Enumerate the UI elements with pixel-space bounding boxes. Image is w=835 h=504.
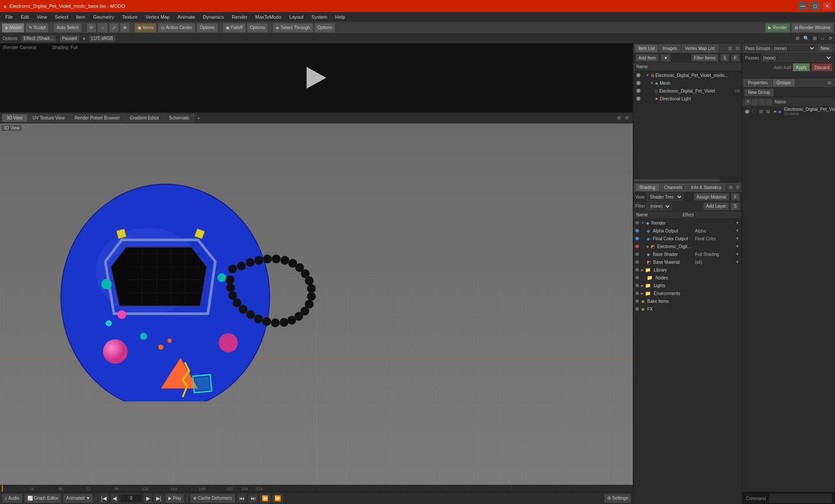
props-expand-icon[interactable]: ⊞ — [826, 80, 833, 86]
item-list-settings-icon[interactable]: ⚙ — [735, 46, 740, 51]
add-item-dropdown[interactable]: ▼ — [661, 54, 671, 62]
menu-texture[interactable]: Texture — [119, 13, 141, 20]
shading-row-base-shader[interactable]: ◈ Base Shader Full Shading ▼ — [634, 250, 741, 258]
list-item[interactable]: ▼ ◈ Mesh — [634, 79, 741, 87]
add-tab-button[interactable]: + — [195, 114, 203, 122]
passes-select[interactable]: (none) — [761, 54, 832, 62]
shading-row-alpha[interactable]: ◆ Alpha Output Alpha ▼ — [634, 227, 741, 235]
menu-dynamics[interactable]: Dynamics — [200, 13, 227, 20]
tab-render-preset[interactable]: Render Preset Browser — [70, 114, 125, 122]
menu-system[interactable]: System — [308, 13, 331, 20]
next-frame-button[interactable]: ▶ — [144, 494, 152, 503]
items-button[interactable]: ▣ Items — [134, 23, 156, 33]
menu-select[interactable]: Select — [51, 13, 72, 20]
animated-button[interactable]: Animated ▼ — [63, 494, 93, 503]
shading-row-nodes[interactable]: 📁 Nodes — [634, 274, 741, 282]
visibility-toggle[interactable] — [635, 72, 641, 78]
add-layer-button[interactable]: Add Layer — [703, 202, 729, 210]
transform-btn-2[interactable]: ↔ — [97, 23, 108, 33]
shading-row-library[interactable]: ▶ 📁 Library — [634, 266, 741, 274]
tab-shading[interactable]: Shading — [635, 184, 659, 191]
expand-arrow-icon[interactable]: ▼ — [646, 73, 649, 77]
maximize-button[interactable]: □ — [811, 2, 819, 10]
action-center-button[interactable]: ◎ Action Center — [158, 23, 196, 33]
prev-frame-button[interactable]: ◀ — [110, 494, 119, 503]
groups-content[interactable]: ▶ ◈ Electronic_Digital_Pet_Viol... 10 It… — [742, 107, 835, 492]
transform-btn-4[interactable]: ⊕ — [120, 23, 130, 33]
effect-button[interactable]: Effect: (Shadi... — [21, 35, 56, 42]
audio-button[interactable]: ♪ Audio — [2, 494, 23, 503]
discard-button[interactable]: Discard — [812, 63, 832, 71]
tab-properties[interactable]: Properties — [744, 79, 772, 86]
options-button-1[interactable]: Options — [197, 23, 217, 33]
add-item-button[interactable]: Add Item — [635, 54, 659, 62]
command-input[interactable] — [769, 494, 832, 503]
new-group-btn[interactable]: New Group — [744, 89, 774, 96]
viewport-3d[interactable]: 3D View — [0, 123, 633, 485]
menu-geometry[interactable]: Geometry — [90, 13, 117, 20]
menu-render[interactable]: Render — [228, 13, 251, 20]
cache-deformers-button[interactable]: ⊕ Cache Deformers — [190, 494, 235, 503]
shading-row-render[interactable]: ▼ ◈ Render ▼ — [634, 219, 741, 227]
tab-info-statistics[interactable]: Info & Statistics — [687, 184, 725, 191]
tab-gradient-editor[interactable]: Gradient Editor — [125, 114, 164, 122]
filter-items-button[interactable]: Filter Items — [691, 54, 718, 62]
go-start-button[interactable]: |◀ — [99, 494, 108, 503]
tab-schematic[interactable]: Schematic — [164, 114, 194, 122]
filter-s-button[interactable]: S — [720, 54, 729, 62]
close-button[interactable]: ✕ — [823, 2, 832, 10]
vp-control-5[interactable]: ⟳ — [828, 36, 832, 41]
dropdown-icon[interactable]: ▼ — [735, 260, 740, 264]
expand-arrow[interactable]: ▶ — [774, 109, 777, 113]
list-item[interactable]: ▼ ⊞ Electronic_Digital_Pet_Violet_modo..… — [634, 71, 741, 79]
filter-f-button[interactable]: F — [731, 54, 740, 62]
icon-3[interactable] — [758, 109, 764, 115]
minimize-button[interactable]: — — [798, 2, 807, 10]
icon-4[interactable] — [765, 109, 771, 115]
play-button[interactable]: ▶ Play — [165, 494, 184, 503]
expand-icon[interactable]: ▼ — [641, 221, 645, 225]
timeline-ruler[interactable]: 0 24 48 72 96 120 144 168 192 204 216 — [0, 485, 633, 492]
vp-control-2[interactable]: 🔍 — [803, 36, 809, 41]
tab-groups[interactable]: Groups — [773, 79, 795, 86]
viewport-expand-icon[interactable]: ⊞ — [615, 115, 623, 121]
menu-maxtomodo[interactable]: MaxToModo — [252, 13, 285, 20]
item-list-content[interactable]: ▼ ⊞ Electronic_Digital_Pet_Violet_modo..… — [634, 71, 741, 178]
tab-vertex-map-list[interactable]: Vertex Map List — [682, 45, 718, 52]
eye-1[interactable] — [744, 109, 750, 115]
menu-view[interactable]: View — [33, 13, 51, 20]
preview-play-button[interactable] — [304, 65, 330, 91]
expand-arrow-icon[interactable]: ▼ — [650, 81, 654, 85]
timeline-playhead[interactable] — [2, 485, 3, 492]
menu-edit[interactable]: Edit — [17, 13, 33, 20]
shading-row-fx[interactable]: ◈ FX — [634, 305, 741, 313]
settings-button[interactable]: ⚙ Settings — [604, 494, 631, 503]
item-list-expand-icon[interactable]: ⊞ — [726, 46, 734, 51]
shading-row-final-color[interactable]: ◆ Final Color Output Final Color ▼ — [634, 235, 741, 242]
list-item[interactable]: ◇ Electronic_Digital_Pet_Violet (2) — [634, 87, 741, 95]
f-shortcut-button[interactable]: F — [731, 193, 740, 201]
new-group-button[interactable]: New — [818, 44, 832, 52]
tab-images[interactable]: Images — [660, 45, 680, 52]
view-select[interactable]: Shader Tree — [647, 193, 683, 201]
apply-button[interactable]: Apply — [793, 63, 810, 71]
vp-control-3[interactable]: ⊞ — [813, 36, 817, 41]
vp-control-1[interactable]: ⚙ — [795, 36, 800, 41]
go-end-button[interactable]: ▶| — [154, 494, 164, 503]
item-list-scrollbar[interactable] — [634, 178, 741, 182]
menu-animate[interactable]: Animate — [174, 13, 198, 20]
lut-button[interactable]: LUT: sRGB — [89, 35, 116, 42]
falloff-button[interactable]: ◉ Falloff — [223, 23, 246, 33]
transform-btn-1[interactable]: ⟳ — [87, 23, 96, 33]
mode-sculpt-button[interactable]: ✎ Sculpt — [26, 23, 49, 33]
auto-select-button[interactable]: Auto Select — [53, 23, 82, 33]
menu-file[interactable]: File — [2, 13, 17, 20]
render-window-button[interactable]: ⊞ Render Window — [792, 23, 833, 33]
menu-item[interactable]: Item — [73, 13, 89, 20]
shading-row-environments[interactable]: ▶ 📁 Environments — [634, 289, 741, 297]
filter-select[interactable]: (none) — [647, 202, 671, 210]
expand-icon[interactable]: ▶ — [641, 284, 644, 288]
viewport-settings-icon[interactable]: ⚙ — [623, 115, 631, 121]
list-item[interactable]: ☀ Directional Light — [634, 95, 741, 103]
graph-editor-button[interactable]: 📈 Graph Editor — [24, 494, 62, 503]
